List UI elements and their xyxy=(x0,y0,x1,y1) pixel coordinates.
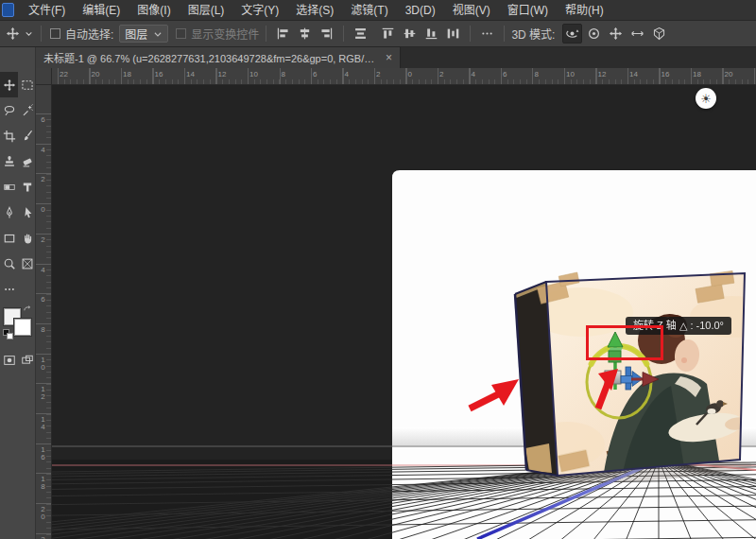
screen-mode-icon[interactable] xyxy=(18,347,36,373)
default-colors-icon[interactable] xyxy=(3,329,13,339)
move-tool-icon[interactable] xyxy=(3,24,23,43)
frame-tool-icon[interactable] xyxy=(18,251,36,276)
distribute-group xyxy=(351,24,370,43)
menu-layer[interactable]: 图层(L) xyxy=(180,0,233,21)
sun-icon: ☀ xyxy=(700,92,712,106)
zoom-tool-icon[interactable] xyxy=(0,251,18,276)
ruler-label: 14 xyxy=(629,70,638,78)
tool-column xyxy=(0,47,36,539)
align-left-edges-icon[interactable] xyxy=(273,24,293,43)
background-color-swatch[interactable] xyxy=(14,319,31,336)
ruler-label: 6 xyxy=(503,70,507,78)
menu-items: 文件(F)编辑(E)图像(I)图层(L)文字(Y)选择(S)滤镜(T)3D(D)… xyxy=(20,0,612,21)
more-align-options-icon[interactable] xyxy=(477,24,497,43)
3d-slide-camera-icon[interactable] xyxy=(627,24,647,43)
menu-image[interactable]: 图像(I) xyxy=(129,0,179,21)
ruler-corner xyxy=(36,68,52,85)
ruler-label: 14 xyxy=(186,70,195,78)
separator xyxy=(343,26,344,42)
more-options-group xyxy=(477,24,497,43)
align-horizontal-centers-icon[interactable] xyxy=(295,24,315,43)
tool-preset-chevron-icon[interactable] xyxy=(23,24,34,43)
ruler-label: 12 xyxy=(218,70,227,78)
vertical-ruler[interactable]: 6420246810121416182022 xyxy=(36,85,52,539)
pen-tool-icon[interactable] xyxy=(0,200,18,225)
type-tool-icon[interactable] xyxy=(18,174,36,200)
ruler-label: 20 xyxy=(92,70,100,78)
ruler-label: 4 xyxy=(39,146,46,153)
3d-pan-camera-icon[interactable] xyxy=(606,24,626,43)
3d-roll-camera-icon[interactable] xyxy=(584,24,604,43)
separator xyxy=(41,26,42,42)
ruler-label: 10 xyxy=(566,70,575,78)
eraser-tool-icon[interactable] xyxy=(18,148,36,174)
3d-scale-camera-icon[interactable] xyxy=(649,24,669,43)
ruler-label: 20 xyxy=(39,505,46,520)
ruler-label: 2 xyxy=(439,70,443,78)
clone-stamp-tool-icon[interactable] xyxy=(0,148,18,174)
align-vertical-centers-icon[interactable] xyxy=(400,24,420,43)
auto-select-dropdown[interactable]: 图层 xyxy=(119,25,168,43)
brush-tool-icon[interactable] xyxy=(18,123,36,148)
edit-toolbar-icon[interactable] xyxy=(0,276,18,302)
ruler-label: 4 xyxy=(472,70,475,78)
quick-mask-mode-icon[interactable] xyxy=(0,347,18,373)
path-selection-tool-icon[interactable] xyxy=(18,200,36,225)
move-tool-icon[interactable] xyxy=(0,72,18,97)
ruler-label: 22 xyxy=(60,70,68,78)
ruler-label: 12 xyxy=(39,385,46,400)
ruler-label: 8 xyxy=(39,325,46,333)
rectangle-tool-icon[interactable] xyxy=(0,225,18,251)
distribute-horizontally-icon[interactable] xyxy=(443,24,463,43)
3d-scene[interactable] xyxy=(52,85,756,539)
ruler-label: 0 xyxy=(408,70,412,78)
3d-light-widget[interactable]: ☀ xyxy=(696,88,716,109)
menu-type[interactable]: 文字(Y) xyxy=(232,0,287,21)
align-right-edges-icon[interactable] xyxy=(317,24,336,43)
auto-select-value: 图层 xyxy=(125,26,147,42)
app-icon[interactable] xyxy=(2,3,14,17)
align-group-2 xyxy=(378,24,463,43)
menu-filter[interactable]: 滤镜(T) xyxy=(342,0,396,21)
tab-close-icon[interactable]: × xyxy=(386,51,392,64)
align-group-1 xyxy=(273,24,336,43)
show-transform-checkbox[interactable] xyxy=(176,28,186,39)
ruler-label: 10 xyxy=(39,356,46,371)
ruler-label: 22 xyxy=(39,535,46,539)
show-transform-label: 显示变换控件 xyxy=(191,26,259,42)
swap-colors-icon[interactable] xyxy=(23,305,34,317)
auto-select-checkbox[interactable] xyxy=(50,28,60,39)
quick-selection-tool-icon[interactable] xyxy=(18,97,36,123)
rotation-highlight-rect xyxy=(586,325,663,360)
ruler-label: 10 xyxy=(249,70,258,78)
3d-orbit-camera-icon[interactable] xyxy=(562,24,582,43)
3d-mode-label: 3D 模式: xyxy=(511,26,555,42)
ruler-label: 0 xyxy=(39,205,46,213)
document-tab[interactable]: 未标题-1 @ 66.7% (u=2628277631,2103649728&f… xyxy=(36,47,401,68)
menu-3d[interactable]: 3D(D) xyxy=(397,0,444,21)
menu-window[interactable]: 窗口(W) xyxy=(499,0,557,21)
document-canvas[interactable]: 旋转 Z 轴 △ : -10.0° ☀ xyxy=(52,85,756,539)
options-bar: 自动选择: 图层 显示变换控件 3D 模式: xyxy=(0,21,756,47)
tab-bar: 未标题-1 @ 66.7% (u=2628277631,2103649728&f… xyxy=(36,47,756,68)
lasso-tool-icon[interactable] xyxy=(0,97,18,123)
menu-view[interactable]: 视图(V) xyxy=(444,0,499,21)
ruler-label: 18 xyxy=(693,70,701,78)
menu-file[interactable]: 文件(F) xyxy=(20,0,74,21)
menu-edit[interactable]: 编辑(E) xyxy=(74,0,129,21)
distribute-vertical-centers-icon[interactable] xyxy=(351,24,370,43)
menu-select[interactable]: 选择(S) xyxy=(287,0,342,21)
ruler-label: 8 xyxy=(282,70,285,78)
horizontal-ruler[interactable]: 2220181614121086420246810121416182022 xyxy=(52,68,756,85)
menu-help[interactable]: 帮助(H) xyxy=(557,0,612,21)
align-top-edges-icon[interactable] xyxy=(378,24,398,43)
hand-tool-icon[interactable] xyxy=(18,225,36,251)
rectangular-marquee-tool-icon[interactable] xyxy=(18,72,36,97)
align-bottom-edges-icon[interactable] xyxy=(421,24,441,43)
3d-mode-group xyxy=(562,24,669,43)
ruler-label: 18 xyxy=(39,475,46,490)
gradient-tool-icon[interactable] xyxy=(0,174,18,200)
crop-tool-icon[interactable] xyxy=(0,123,18,148)
ruler-label: 8 xyxy=(535,70,539,78)
ruler-label: 6 xyxy=(39,295,46,303)
